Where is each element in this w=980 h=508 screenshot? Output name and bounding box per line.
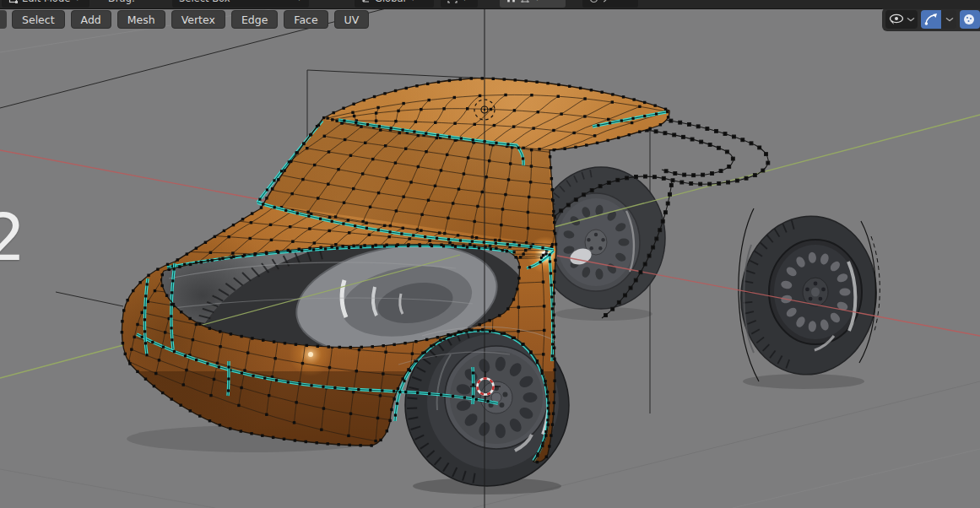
chevron-down-icon: ▼: [74, 0, 80, 6]
show-gizmo-button[interactable]: [885, 10, 918, 29]
eye-icon: [888, 14, 905, 25]
menu-add[interactable]: Add: [71, 10, 111, 29]
overlays-toggle-button[interactable]: [960, 10, 980, 29]
snapping-controls[interactable]: ▼: [500, 0, 566, 8]
menu-select[interactable]: Select: [12, 10, 65, 29]
menu-edge[interactable]: Edge: [231, 10, 278, 29]
viewport-menus: Select Add Mesh Vertex Edge Face UV: [0, 10, 369, 29]
gizmos-dropdown[interactable]: [941, 10, 956, 29]
drag-label: Drag:: [108, 0, 135, 8]
chevron-down-icon: [907, 18, 915, 22]
proportional-edit-icon: [589, 0, 598, 3]
3d-viewport[interactable]: [0, 0, 980, 508]
gizmos-toggle-button[interactable]: [921, 10, 941, 29]
drag-mode-dropdown[interactable]: Select Box ▼: [172, 0, 309, 8]
overlays-icon: [962, 13, 976, 26]
menu-mesh[interactable]: Mesh: [117, 10, 165, 29]
edit-mode-icon: [8, 0, 18, 3]
magnet-icon: [506, 0, 516, 3]
blender-window: 2 Edit Mode ▼ Drag: Select Box ▼ Global …: [0, 0, 980, 508]
chevron-down-icon: ▼: [410, 0, 416, 6]
overlay-numeral: 2: [0, 206, 25, 270]
pivot-point-icon: [447, 0, 458, 3]
falloff-curve-icon: [603, 0, 613, 3]
proportional-editing-controls[interactable]: [582, 0, 638, 8]
viewport-toggles: [882, 0, 980, 34]
snap-increment-icon: [520, 0, 530, 3]
chevron-down-icon: ▼: [534, 0, 540, 6]
orientation-axes-icon: [361, 0, 371, 3]
menu-face[interactable]: Face: [284, 10, 328, 29]
pivot-point-dropdown[interactable]: ▼: [441, 0, 478, 8]
chevron-down-icon: ▼: [296, 0, 302, 6]
orientation-value: Global: [375, 0, 406, 8]
mode-label: Edit Mode: [22, 0, 70, 8]
menu-vertex[interactable]: Vertex: [171, 10, 225, 29]
transform-orientation-dropdown[interactable]: Global ▼: [355, 0, 434, 8]
chevron-down-icon: [945, 18, 954, 22]
gizmo-icon: [923, 13, 939, 26]
viewport-header-top: Edit Mode ▼ Drag: Select Box ▼ Global ▼ …: [0, 0, 980, 9]
chevron-down-icon: ▼: [462, 0, 468, 6]
menu-uv[interactable]: UV: [334, 10, 370, 29]
drag-mode-value: Select Box: [179, 0, 230, 8]
mode-dropdown[interactable]: Edit Mode ▼: [2, 0, 89, 8]
